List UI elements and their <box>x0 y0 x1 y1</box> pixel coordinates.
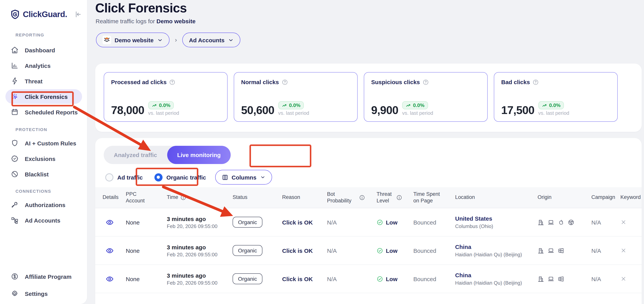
campaign-cell: N/A <box>591 247 620 254</box>
delta-note: vs. last period <box>402 110 433 116</box>
tab-live-monitoring[interactable]: Live monitoring <box>167 146 231 164</box>
x-mark-icon <box>620 247 642 254</box>
sidebar-item-analytics[interactable]: Analytics <box>6 58 82 73</box>
table-row: None 3 minutes ago Feb 20, 2026 09:55:00… <box>95 237 642 265</box>
threat-level-cell: Low <box>376 275 413 282</box>
delta-note: vs. last period <box>278 110 309 116</box>
col-header-location: Location <box>455 194 538 201</box>
building-icon <box>538 219 544 225</box>
table-row: None 3 minutes ago Feb 20, 2026 09:55:00… <box>95 265 642 293</box>
stat-card-normal-clicks: Normal clicks 50,600 0.0% vs. last perio… <box>234 72 358 122</box>
col-header-ppc-account: PPC Account <box>126 191 154 204</box>
page-subtitle: Realtime traffic logs for Demo website <box>96 18 196 25</box>
info-icon[interactable] <box>396 195 402 201</box>
page-title: Click Forensics <box>95 1 187 16</box>
calendar-icon <box>11 108 18 116</box>
view-details-eye-icon[interactable] <box>106 218 126 226</box>
col-header-details: Details <box>102 194 126 201</box>
chevron-down-icon <box>228 37 234 43</box>
section-label-protection: PROTECTION <box>16 127 47 132</box>
lightning-icon <box>11 77 18 85</box>
stat-value: 50,600 <box>241 105 274 116</box>
sidebar-item-ai-custom-rules[interactable]: AI + Custom Rules <box>6 136 82 150</box>
sidebar-collapse-icon[interactable] <box>74 11 82 18</box>
check-circle-icon <box>376 219 383 225</box>
col-header-status: Status <box>232 194 282 201</box>
help-icon[interactable] <box>532 79 539 85</box>
threat-level-cell: Low <box>376 219 413 225</box>
ad-accounts-selector[interactable]: Ad Accounts <box>182 33 240 47</box>
view-details-eye-icon[interactable] <box>106 246 126 255</box>
bot-probability-cell: N/A <box>327 219 376 225</box>
pirate-favicon <box>102 36 111 44</box>
radio-unselected-icon[interactable] <box>105 173 114 181</box>
sidebar-item-click-forensics[interactable]: Click Forensics <box>6 89 82 104</box>
trend-up-icon <box>406 103 411 108</box>
bot-probability-cell: N/A <box>327 275 376 282</box>
sidebar-item-scheduled-reports[interactable]: Scheduled Reports <box>6 105 82 119</box>
sidebar-item-threat[interactable]: Threat <box>6 74 82 88</box>
windows-icon <box>558 275 564 282</box>
sidebar: ClickGuard. REPORTING Dashboard Analytic… <box>0 0 87 304</box>
building-icon <box>538 247 544 254</box>
view-details-eye-icon[interactable] <box>106 275 126 283</box>
info-icon[interactable] <box>180 195 186 201</box>
sidebar-item-settings[interactable]: Settings <box>6 286 82 301</box>
hierarchy-icon <box>11 216 18 224</box>
brand-name: ClickGuard. <box>23 10 67 19</box>
shield-icon <box>11 139 18 147</box>
tab-analyzed-traffic[interactable]: Analyzed traffic <box>104 146 167 164</box>
col-header-time-spent: Time Spent on Page <box>413 191 455 204</box>
stat-value: 78,000 <box>111 105 144 116</box>
dollar-circle-icon <box>11 273 18 280</box>
ppc-account-cell: None <box>126 247 154 254</box>
time-spent-cell: Bounced <box>413 247 455 254</box>
apple-icon <box>558 219 564 225</box>
radio-selected-icon[interactable] <box>154 173 162 181</box>
time-cell: 3 minutes ago Feb 20, 2026 09:55:00 <box>154 244 232 257</box>
help-icon[interactable] <box>422 79 429 85</box>
help-icon[interactable] <box>169 79 176 85</box>
section-label-connections: CONNECTIONS <box>16 189 51 194</box>
sidebar-item-authorizations[interactable]: Authorizations <box>6 197 82 212</box>
radio-ad-traffic[interactable]: Ad traffic <box>105 173 143 181</box>
location-cell: United States Columbus (Ohio) <box>455 215 538 229</box>
delta-badge: 0.0% <box>402 101 428 109</box>
laptop-icon <box>548 219 554 225</box>
info-icon[interactable] <box>359 195 365 201</box>
radio-organic-traffic[interactable]: Organic traffic <box>154 173 206 181</box>
ppc-account-cell: None <box>126 219 154 225</box>
delta-badge: 0.0% <box>538 101 564 109</box>
building-icon <box>538 275 544 282</box>
delta-badge: 0.0% <box>148 101 174 109</box>
columns-icon <box>222 174 228 181</box>
check-circle-icon <box>376 275 383 282</box>
trend-up-icon <box>282 103 287 108</box>
sidebar-item-ad-accounts[interactable]: Ad Accounts <box>6 213 82 228</box>
col-header-reason: Reason <box>282 194 327 201</box>
home-icon <box>11 46 18 54</box>
table-header-row: Details PPC Account Time Status Reason B… <box>95 187 642 208</box>
reason-cell: Click is OK <box>282 219 327 225</box>
x-mark-icon <box>620 276 642 282</box>
time-spent-cell: Bounced <box>413 219 455 225</box>
key-icon <box>11 201 18 209</box>
stat-value: 17,500 <box>501 105 534 116</box>
bar-chart-icon <box>11 62 18 69</box>
status-badge: Organic <box>232 217 262 228</box>
traffic-type-filter: Ad traffic Organic traffic Columns <box>105 170 272 185</box>
sidebar-item-exclusions[interactable]: Exclusions <box>6 151 82 166</box>
sidebar-item-blacklist[interactable]: Blacklist <box>6 167 82 182</box>
chrome-icon <box>568 219 574 225</box>
site-selector[interactable]: Demo website <box>96 33 170 47</box>
delta-badge: 0.0% <box>278 101 304 109</box>
columns-button[interactable]: Columns <box>216 170 272 185</box>
help-icon[interactable] <box>282 79 288 85</box>
sidebar-item-dashboard[interactable]: Dashboard <box>6 43 82 57</box>
stat-card-processed-ad-clicks: Processed ad clicks 78,000 0.0% vs. last… <box>104 72 228 122</box>
trend-up-icon <box>152 103 157 108</box>
ban-icon <box>11 170 18 178</box>
check-circle-icon <box>376 247 383 254</box>
delta-note: vs. last period <box>538 110 569 116</box>
sidebar-item-affiliate-program[interactable]: Affiliate Program <box>6 269 82 284</box>
